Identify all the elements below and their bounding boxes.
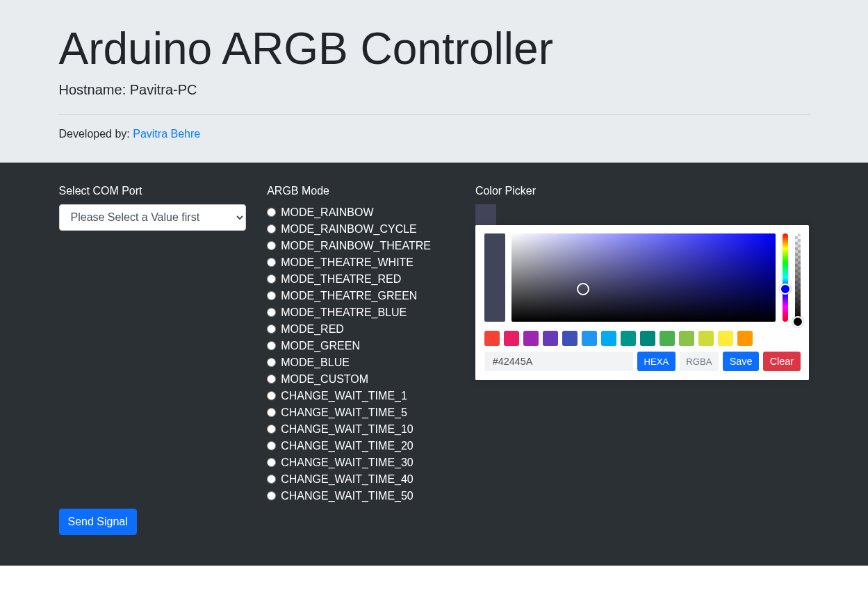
mode-radio[interactable] xyxy=(267,408,276,417)
mode-radio[interactable] xyxy=(267,491,276,500)
divider xyxy=(59,114,810,115)
mode-item: MODE_RAINBOW_THEATRE xyxy=(267,238,455,254)
mode-radio[interactable] xyxy=(267,475,276,484)
page-title: Arduino ARGB Controller xyxy=(59,22,810,76)
comport-select[interactable]: Please Select a Value first xyxy=(59,204,247,231)
swatch[interactable] xyxy=(523,331,539,346)
jumbotron: Arduino ARGB Controller Hostname: Pavitr… xyxy=(0,0,868,163)
swatch[interactable] xyxy=(698,331,714,346)
mode-radio[interactable] xyxy=(267,241,276,250)
mode-label: CHANGE_WAIT_TIME_20 xyxy=(281,438,413,454)
swatch[interactable] xyxy=(601,331,616,346)
mode-radio[interactable] xyxy=(267,308,276,317)
picker-save-button[interactable]: Save xyxy=(723,352,759,371)
mode-label: MODE_THEATRE_GREEN xyxy=(281,288,417,304)
mode-radio[interactable] xyxy=(267,391,276,400)
swatch[interactable] xyxy=(640,331,655,346)
send-signal-button[interactable]: Send Signal xyxy=(59,509,137,535)
mode-label: MODE_THEATRE_RED xyxy=(281,271,401,288)
mode-item: CHANGE_WAIT_TIME_20 xyxy=(267,438,455,454)
mode-label: MODE_BLUE xyxy=(281,354,350,371)
mode-radio[interactable] xyxy=(267,458,276,467)
mode-item: MODE_RAINBOW_CYCLE xyxy=(267,221,455,238)
swatch[interactable] xyxy=(660,331,675,346)
mode-label: MODE_RAINBOW xyxy=(281,204,373,221)
mode-radio[interactable] xyxy=(267,291,276,300)
opacity-thumb[interactable] xyxy=(792,316,803,327)
mode-item: MODE_RAINBOW xyxy=(267,204,455,221)
swatch[interactable] xyxy=(543,331,558,346)
mode-item: MODE_THEATRE_RED xyxy=(267,271,455,288)
swatch[interactable] xyxy=(484,331,500,346)
mode-item: CHANGE_WAIT_TIME_50 xyxy=(267,488,455,504)
picker-preview xyxy=(484,233,505,322)
mode-label: MODE_RAINBOW_THEATRE xyxy=(281,238,431,254)
mode-label: CHANGE_WAIT_TIME_1 xyxy=(281,388,407,404)
mode-label: MODE_GREEN xyxy=(281,338,360,354)
picker-clear-button[interactable]: Clear xyxy=(763,352,801,371)
mode-label: CHANGE_WAIT_TIME_10 xyxy=(281,421,413,438)
color-picker-popup: HEXA RGBA Save Clear xyxy=(475,225,810,380)
mode-item: MODE_CUSTOM xyxy=(267,371,455,388)
mode-label: MODE_THEATRE_WHITE xyxy=(281,254,413,271)
mode-label: CHANGE_WAIT_TIME_50 xyxy=(281,488,413,504)
picker-palette[interactable] xyxy=(511,233,776,322)
picker-swatches xyxy=(484,331,801,346)
mode-radio[interactable] xyxy=(267,425,276,434)
mode-item: MODE_THEATRE_BLUE xyxy=(267,304,455,321)
mode-item: CHANGE_WAIT_TIME_5 xyxy=(267,404,455,421)
modes-list: MODE_RAINBOWMODE_RAINBOW_CYCLEMODE_RAINB… xyxy=(267,204,455,504)
hue-slider[interactable] xyxy=(783,233,788,322)
swatch[interactable] xyxy=(621,331,636,346)
swatch[interactable] xyxy=(582,331,597,346)
developer-link[interactable]: Pavitra Behre xyxy=(133,128,200,140)
mode-item: CHANGE_WAIT_TIME_30 xyxy=(267,454,455,471)
swatch[interactable] xyxy=(737,331,753,346)
mode-item: CHANGE_WAIT_TIME_1 xyxy=(267,388,455,404)
mode-item: MODE_THEATRE_WHITE xyxy=(267,254,455,271)
picker-label: Color Picker xyxy=(475,185,810,197)
mode-item: CHANGE_WAIT_TIME_10 xyxy=(267,421,455,438)
swatch[interactable] xyxy=(562,331,578,346)
developed-by: Developed by: Pavitra Behre xyxy=(59,128,810,140)
mode-radio[interactable] xyxy=(267,441,276,450)
mode-label: MODE_CUSTOM xyxy=(281,371,368,388)
picker-result-input[interactable] xyxy=(484,352,633,371)
comport-label: Select COM Port xyxy=(59,185,247,197)
mode-label: MODE_RAINBOW_CYCLE xyxy=(281,221,417,238)
mode-radio[interactable] xyxy=(267,224,276,233)
mode-radio[interactable] xyxy=(267,258,276,267)
mode-radio[interactable] xyxy=(267,341,276,350)
picker-type-hexa[interactable]: HEXA xyxy=(637,352,675,371)
hostname-text: Hostname: Pavitra-PC xyxy=(59,82,810,98)
mode-item: CHANGE_WAIT_TIME_40 xyxy=(267,471,455,488)
mode-label: CHANGE_WAIT_TIME_40 xyxy=(281,471,413,488)
mode-label: CHANGE_WAIT_TIME_30 xyxy=(281,454,413,471)
mode-radio[interactable] xyxy=(267,324,276,334)
mode-item: MODE_BLUE xyxy=(267,354,455,371)
modes-label: ARGB Mode xyxy=(267,185,455,197)
picker-current-swatch[interactable] xyxy=(475,204,496,225)
dev-prefix: Developed by: xyxy=(59,128,133,140)
opacity-slider[interactable] xyxy=(795,233,801,322)
mode-label: MODE_RED xyxy=(281,321,344,338)
mode-label: MODE_THEATRE_BLUE xyxy=(281,304,407,321)
mode-radio[interactable] xyxy=(267,208,276,217)
picker-type-rgba[interactable]: RGBA xyxy=(680,352,719,371)
mode-item: MODE_THEATRE_GREEN xyxy=(267,288,455,304)
mode-radio[interactable] xyxy=(267,375,276,384)
swatch[interactable] xyxy=(504,331,519,346)
palette-cursor[interactable] xyxy=(577,283,589,295)
hue-thumb[interactable] xyxy=(780,284,791,295)
mode-radio[interactable] xyxy=(267,274,276,284)
swatch[interactable] xyxy=(718,331,733,346)
mode-radio[interactable] xyxy=(267,358,276,367)
mode-item: MODE_RED xyxy=(267,321,455,338)
main-panel: Select COM Port Please Select a Value fi… xyxy=(0,163,868,566)
mode-item: MODE_GREEN xyxy=(267,338,455,354)
swatch[interactable] xyxy=(679,331,694,346)
mode-label: CHANGE_WAIT_TIME_5 xyxy=(281,404,407,421)
